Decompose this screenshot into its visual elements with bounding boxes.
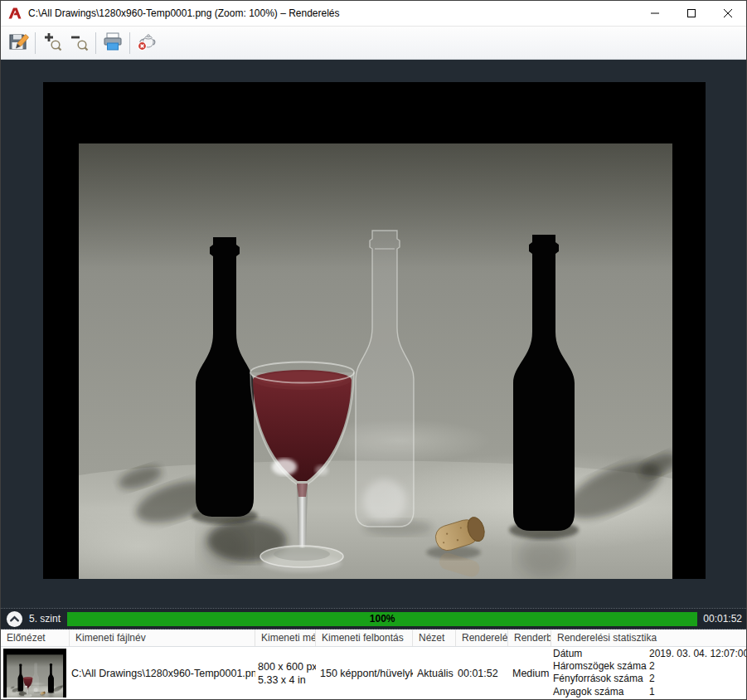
close-button[interactable] [710,1,746,26]
stat-row-triangles: Háromszögek száma 2 [553,660,746,673]
render-level-label: 5. szint [29,613,61,625]
results-table-header: Előnézet Kimeneti fájlnév Kimeneti mé Ki… [1,630,746,647]
filename-cell: C:\All Drawings\1280x960-Temp0001.png [70,647,255,699]
column-header-render-stats[interactable]: Renderelési statisztika [551,630,746,646]
stat-row-materials: Anyagok száma 1 [553,686,746,698]
render-window: C:\All Drawings\1280x960-Temp0001.png (Z… [0,0,747,700]
stat-value: 1 [649,686,746,698]
column-header-preview[interactable]: Előnézet [1,630,70,646]
stat-row-lights: Fényforrások száma 2 [553,673,746,685]
stat-value: 2 [649,660,746,673]
stat-label: Anyagok száma [553,686,649,698]
column-header-resolution[interactable]: Kimeneti felbontás [316,630,413,646]
preview-cell [1,647,70,699]
column-header-output-size[interactable]: Kimeneti mé [255,630,316,646]
resolution-cell: 150 képpont/hüvelyk [316,647,413,699]
minimize-icon [650,8,660,18]
progress-bar-fill: 100% [67,612,697,626]
minimize-button[interactable] [637,1,673,26]
elapsed-time: 00:01:52 [703,613,742,625]
stat-value: 2 [649,673,746,685]
view-cell: Aktuális [413,647,456,699]
progress-row: 5. szint 100% 00:01:52 [1,608,746,630]
output-size-px: 800 x 600 px [258,660,316,673]
save-icon [7,31,29,55]
stat-label: Fényforrások száma [553,673,649,685]
toolbar [1,27,746,60]
zoom-in-button[interactable] [39,30,65,56]
cancel-render-teapot-icon [136,31,158,55]
progress-bar: 100% [67,612,697,626]
titlebar[interactable]: C:\All Drawings\1280x960-Temp0001.png (Z… [1,1,746,27]
column-header-render-time[interactable]: Renderelés [456,630,508,646]
print-icon [102,31,124,55]
toolbar-separator [129,32,130,54]
print-button[interactable] [99,30,126,56]
window-title: C:\All Drawings\1280x960-Temp0001.png (Z… [28,7,340,19]
autocad-logo-icon [7,6,22,21]
save-button[interactable] [5,30,32,56]
maximize-icon [686,8,696,18]
zoom-in-icon [41,31,63,55]
cancel-render-button[interactable] [133,30,160,56]
toolbar-separator [35,32,36,54]
zoom-out-icon [68,31,90,55]
column-header-view[interactable]: Nézet [413,630,456,646]
stat-label: Dátum [553,648,649,660]
stat-label: Háromszögek száma [553,660,649,673]
table-row[interactable]: C:\All Drawings\1280x960-Temp0001.png 80… [1,647,746,699]
render-stats-cell: Dátum 2019. 03. 04. 12:07:00 Háromszögek… [551,647,746,699]
maximize-button[interactable] [673,1,710,26]
zoom-out-button[interactable] [65,30,92,56]
preview-thumbnail [3,649,66,698]
close-icon [723,8,733,18]
render-time-cell: 00:01:52 [456,647,508,699]
collapse-progress-button[interactable] [6,610,23,628]
stat-value: 2019. 03. 04. 12:07:00 [649,648,746,660]
rendered-image [43,82,706,579]
output-size-cell: 800 x 600 px 5.33 x 4 in [255,647,316,699]
render-canvas [1,60,746,608]
column-header-render-preset[interactable]: Renderb [508,630,551,646]
render-preset-cell: Medium [508,647,551,699]
stat-row-date: Dátum 2019. 03. 04. 12:07:00 [553,648,746,660]
output-size-in: 5.33 x 4 in [258,673,306,687]
chevron-up-icon [6,610,23,628]
progress-percent: 100% [370,613,395,625]
toolbar-separator [95,32,96,54]
window-controls [637,1,746,26]
column-header-filename[interactable]: Kimeneti fájlnév [70,630,255,646]
